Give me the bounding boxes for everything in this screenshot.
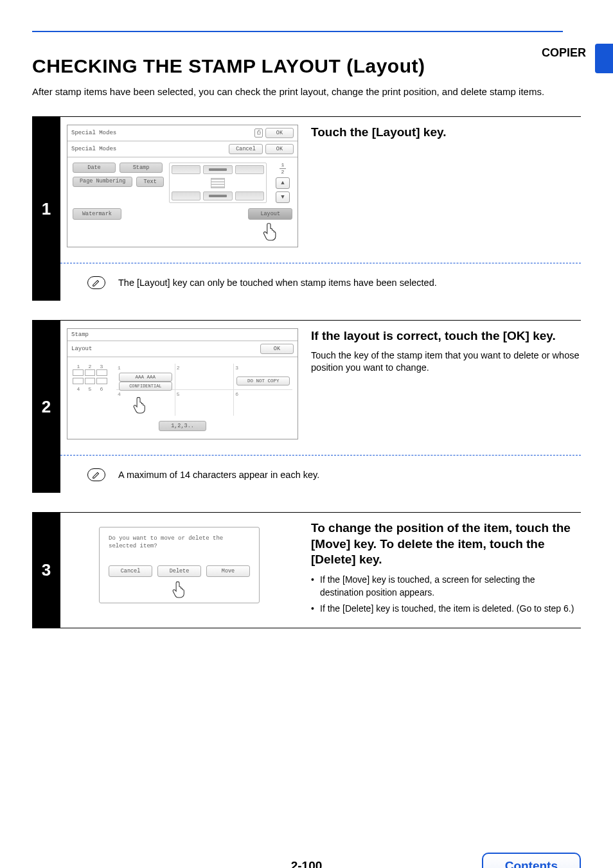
note-text: The [Layout] key can only be touched whe…: [118, 278, 437, 288]
delete-button[interactable]: Delete: [157, 565, 201, 577]
watermark-button[interactable]: Watermark: [73, 208, 121, 220]
move-button[interactable]: Move: [206, 565, 250, 577]
stamp-item-confidential[interactable]: CONFIDENTIAL: [119, 382, 172, 391]
text-button[interactable]: Text: [136, 177, 163, 187]
page-numbering-item[interactable]: 1,2,3..: [159, 421, 206, 431]
dialog-message: Do you want to move or delete the select…: [109, 535, 250, 550]
grid-cell-3[interactable]: 3 DO NOT COPY: [234, 364, 292, 389]
stamp-title: Stamp: [71, 332, 89, 338]
print-icon: ⎙: [254, 128, 263, 137]
layout-title: Layout: [71, 346, 92, 352]
step-3: 3 Do you want to move or delete the sele…: [32, 512, 581, 628]
section-tab-handle[interactable]: [595, 44, 613, 73]
step-number: 1: [32, 117, 60, 301]
grid-cell-1[interactable]: 1 AAA AAA CONFIDENTIAL: [116, 364, 175, 389]
scroll-down-button[interactable]: ▼: [276, 191, 290, 203]
step-heading: If the layout is correct, touch the [OK]…: [311, 328, 581, 344]
step1-screenshot: Special Modes ⎙ OK Special Modes Cancel …: [67, 125, 298, 247]
step-1: 1 Special Modes ⎙ OK Special Modes: [32, 116, 581, 301]
cancel-button[interactable]: Cancel: [229, 144, 263, 154]
scroll-up-button[interactable]: ▲: [276, 177, 290, 189]
pos-top-left[interactable]: [172, 165, 200, 174]
pencil-note-icon: [87, 276, 105, 289]
step3-dialog: Do you want to move or delete the select…: [99, 527, 260, 603]
layout-preview: [169, 163, 267, 203]
step-heading: To change the position of the item, touc…: [311, 520, 581, 568]
step-heading: Touch the [Layout] key.: [311, 125, 581, 141]
step-bullets: If the [Move] key is touched, a screen f…: [311, 573, 581, 615]
page-title: CHECKING THE STAMP LAYOUT (Layout): [32, 55, 581, 77]
grid-cell-6[interactable]: 6: [234, 390, 292, 416]
touch-hand-icon: [262, 221, 280, 242]
pos-bot-left[interactable]: [172, 191, 200, 200]
modes-title: Special Modes: [71, 130, 116, 136]
cancel-button[interactable]: Cancel: [109, 565, 152, 577]
stamp-button[interactable]: Stamp: [120, 163, 163, 173]
grid-cell-2[interactable]: 2: [175, 364, 235, 389]
layout-button[interactable]: Layout: [248, 208, 292, 220]
pencil-note-icon: [87, 468, 105, 481]
ok-button[interactable]: OK: [260, 344, 294, 354]
pos-bot-right[interactable]: [235, 191, 264, 200]
bullet-item: If the [Delete] key is touched, the item…: [311, 602, 581, 615]
stamp-item-aaa[interactable]: AAA AAA: [119, 373, 172, 382]
page-numbering-button[interactable]: Page Numbering: [73, 177, 132, 187]
step-desc: Touch the key of the stamp item that you…: [311, 350, 581, 375]
section-tab-label: COPIER: [542, 44, 595, 60]
contents-button[interactable]: Contents: [482, 853, 581, 868]
bullet-item: If the [Move] key is touched, a screen f…: [311, 573, 581, 599]
intro-text: After stamp items have been selected, yo…: [32, 86, 581, 97]
pos-top-right[interactable]: [235, 165, 264, 174]
modes-title-2: Special Modes: [71, 146, 116, 152]
position-diagram: 1 2 3 4 5 6: [73, 364, 107, 392]
date-button[interactable]: Date: [73, 163, 116, 173]
document-icon: [211, 178, 225, 188]
stamp-item-donotcopy[interactable]: DO NOT COPY: [236, 376, 290, 385]
grid-cell-5[interactable]: 5: [175, 390, 235, 416]
touch-hand-icon: [132, 395, 148, 414]
pos-top-center[interactable]: [203, 165, 232, 174]
ok-button-2[interactable]: OK: [265, 144, 294, 154]
step-number: 3: [32, 513, 60, 628]
step-number: 2: [32, 321, 60, 493]
step2-screenshot: Stamp Layout OK 1: [67, 328, 298, 439]
touch-hand-icon: [171, 580, 188, 599]
pos-bot-center[interactable]: [203, 191, 232, 200]
page-counter: 1 2: [280, 163, 286, 175]
note-text: A maximum of 14 characters appear in eac…: [118, 470, 319, 480]
ok-button[interactable]: OK: [265, 128, 294, 138]
header-rule: [32, 31, 563, 32]
step-2: 2 Stamp Layout OK: [32, 320, 581, 493]
